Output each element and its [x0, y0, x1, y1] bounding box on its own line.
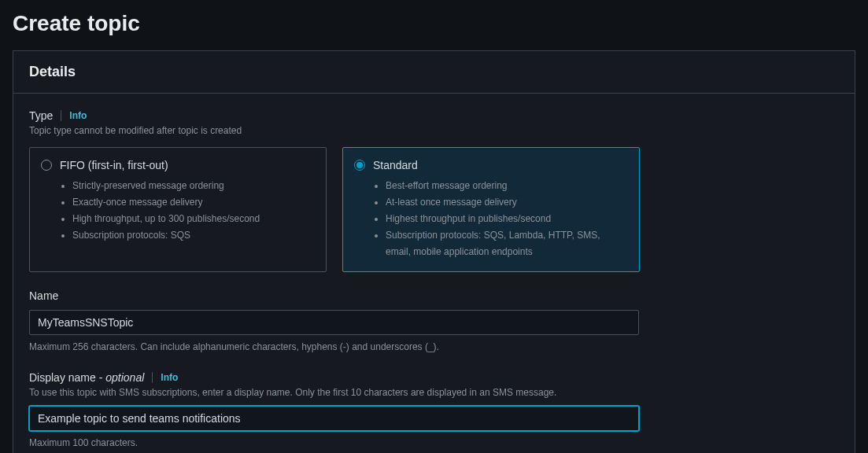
- list-item: Best-effort message ordering: [386, 178, 626, 194]
- radio-fifo[interactable]: [41, 160, 52, 171]
- list-item: High throughput, up to 300 publishes/sec…: [72, 211, 313, 227]
- divider: [152, 372, 153, 383]
- details-heading: Details: [29, 64, 839, 80]
- list-item: At-least once message delivery: [386, 194, 626, 211]
- type-info-link[interactable]: Info: [69, 110, 87, 121]
- name-input[interactable]: [29, 310, 639, 335]
- divider: [61, 110, 61, 121]
- display-name-help-after: Maximum 100 characters.: [29, 436, 839, 450]
- display-name-label-main: Display name -: [29, 371, 105, 384]
- name-field: Name Maximum 256 characters. Can include…: [29, 289, 839, 354]
- standard-bullets: Best-effort message ordering At-least on…: [354, 178, 626, 260]
- display-name-info-link[interactable]: Info: [161, 372, 178, 383]
- fifo-bullets: Strictly-preserved message ordering Exac…: [41, 178, 313, 244]
- details-panel: Details Type Info Topic type cannot be m…: [13, 50, 855, 453]
- fifo-title: FIFO (first-in, first-out): [60, 159, 168, 171]
- type-label: Type: [29, 109, 53, 122]
- radio-standard[interactable]: [354, 160, 365, 171]
- type-option-standard[interactable]: Standard Best-effort message ordering At…: [342, 147, 640, 272]
- list-item: Subscription protocols: SQS, Lambda, HTT…: [386, 227, 626, 260]
- display-name-field: Display name - optional Info To use this…: [29, 371, 839, 450]
- type-help-text: Topic type cannot be modified after topi…: [29, 123, 839, 138]
- display-name-input[interactable]: [29, 406, 639, 431]
- page-title: Create topic: [13, 0, 855, 50]
- name-label: Name: [29, 289, 58, 302]
- list-item: Strictly-preserved message ordering: [72, 178, 313, 194]
- display-name-label: Display name - optional: [29, 371, 144, 384]
- list-item: Exactly-once message delivery: [72, 194, 313, 211]
- type-option-fifo[interactable]: FIFO (first-in, first-out) Strictly-pres…: [29, 147, 327, 272]
- list-item: Highest throughput in publishes/second: [386, 211, 626, 227]
- display-name-help-text: To use this topic with SMS subscriptions…: [29, 385, 839, 400]
- standard-title: Standard: [373, 159, 418, 171]
- list-item: Subscription protocols: SQS: [72, 227, 313, 244]
- name-help-text: Maximum 256 characters. Can include alph…: [29, 340, 839, 354]
- panel-header: Details: [13, 51, 855, 94]
- display-name-label-optional: optional: [105, 371, 144, 384]
- type-field: Type Info Topic type cannot be modified …: [29, 109, 839, 272]
